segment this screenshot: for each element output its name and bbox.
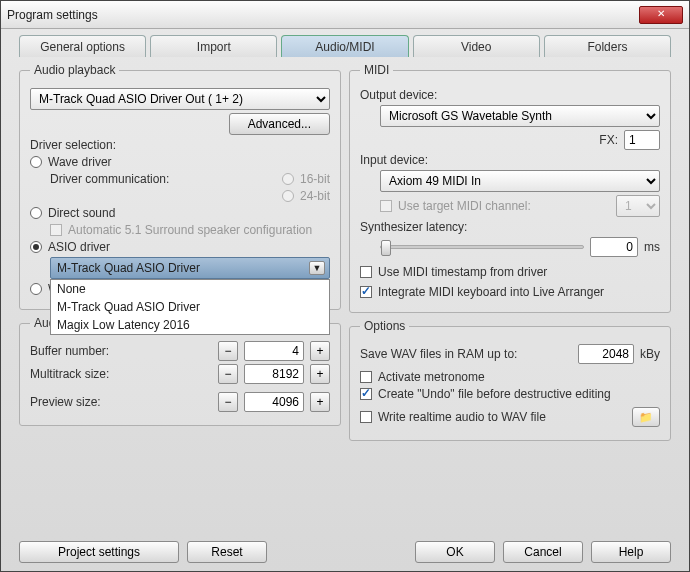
write-rt-check[interactable] bbox=[360, 411, 372, 423]
tab-folders[interactable]: Folders bbox=[544, 35, 671, 57]
metronome-check[interactable] bbox=[360, 371, 372, 383]
write-rt-label: Write realtime audio to WAV file bbox=[378, 410, 626, 424]
buffer-number-minus[interactable]: − bbox=[218, 341, 238, 361]
asio-driver-radio[interactable] bbox=[30, 241, 42, 253]
undo-check[interactable] bbox=[360, 388, 372, 400]
fx-input[interactable] bbox=[624, 130, 660, 150]
asio-driver-label: ASIO driver bbox=[48, 240, 110, 254]
ms-label: ms bbox=[644, 240, 660, 254]
ok-button[interactable]: OK bbox=[415, 541, 495, 563]
wasapi-driver-radio[interactable] bbox=[30, 283, 42, 295]
right-column: MIDI Output device: Microsoft GS Wavetab… bbox=[349, 63, 671, 441]
integrate-check[interactable] bbox=[360, 286, 372, 298]
close-button[interactable]: ✕ bbox=[639, 6, 683, 24]
window-title: Program settings bbox=[7, 8, 639, 22]
auto51-label: Automatic 5.1 Surround speaker configura… bbox=[68, 223, 330, 237]
bit16-radio bbox=[282, 173, 294, 185]
direct-sound-label: Direct sound bbox=[48, 206, 115, 220]
preview-minus[interactable]: − bbox=[218, 392, 238, 412]
kby-label: kBy bbox=[640, 347, 660, 361]
asio-option-mtrack[interactable]: M-Track Quad ASIO Driver bbox=[51, 298, 329, 316]
midi-legend: MIDI bbox=[360, 63, 393, 77]
midi-in-label: Input device: bbox=[360, 153, 660, 167]
undo-label: Create "Undo" file before destructive ed… bbox=[378, 387, 611, 401]
tab-audio-midi[interactable]: Audio/MIDI bbox=[281, 35, 408, 57]
bottom-bar: Project settings Reset OK Cancel Help bbox=[19, 541, 671, 563]
buffer-number-label: Buffer number: bbox=[30, 344, 212, 358]
synth-latency-label: Synthesizer latency: bbox=[360, 220, 660, 234]
tab-video[interactable]: Video bbox=[413, 35, 540, 57]
tab-import[interactable]: Import bbox=[150, 35, 277, 57]
project-settings-button[interactable]: Project settings bbox=[19, 541, 179, 563]
save-wav-label: Save WAV files in RAM up to: bbox=[360, 347, 572, 361]
bit16-label: 16-bit bbox=[300, 172, 330, 186]
synth-latency-slider[interactable] bbox=[380, 245, 584, 249]
driver-comm-label: Driver communication: bbox=[50, 172, 276, 186]
help-button[interactable]: Help bbox=[591, 541, 671, 563]
auto51-check bbox=[50, 224, 62, 236]
audio-playback-group: Audio playback M-Track Quad ASIO Driver … bbox=[19, 63, 341, 310]
options-legend: Options bbox=[360, 319, 409, 333]
asio-dropdown: None M-Track Quad ASIO Driver Magix Low … bbox=[50, 279, 330, 335]
tab-general[interactable]: General options bbox=[19, 35, 146, 57]
settings-window: Program settings ✕ General options Impor… bbox=[0, 0, 690, 572]
playback-output-select[interactable]: M-Track Quad ASIO Driver Out ( 1+ 2) bbox=[30, 88, 330, 110]
save-wav-input[interactable] bbox=[578, 344, 634, 364]
integrate-label: Integrate MIDI keyboard into Live Arrang… bbox=[378, 285, 604, 299]
preview-input[interactable] bbox=[244, 392, 304, 412]
synth-latency-input[interactable] bbox=[590, 237, 638, 257]
wave-driver-label: Wave driver bbox=[48, 155, 112, 169]
slider-thumb-icon[interactable] bbox=[381, 240, 391, 256]
chevron-down-icon: ▼ bbox=[309, 261, 325, 275]
buffer-number-input[interactable] bbox=[244, 341, 304, 361]
cancel-button[interactable]: Cancel bbox=[503, 541, 583, 563]
target-channel-select: 1 bbox=[616, 195, 660, 217]
content-area: Audio playback M-Track Quad ASIO Driver … bbox=[1, 57, 689, 447]
metronome-label: Activate metronome bbox=[378, 370, 485, 384]
buffer-number-plus[interactable]: + bbox=[310, 341, 330, 361]
use-target-check bbox=[380, 200, 392, 212]
audio-playback-legend: Audio playback bbox=[30, 63, 119, 77]
direct-sound-radio[interactable] bbox=[30, 207, 42, 219]
midi-in-select[interactable]: Axiom 49 MIDI In bbox=[380, 170, 660, 192]
folder-icon[interactable]: 📁 bbox=[632, 407, 660, 427]
multitrack-input[interactable] bbox=[244, 364, 304, 384]
multitrack-minus[interactable]: − bbox=[218, 364, 238, 384]
asio-select-value: M-Track Quad ASIO Driver bbox=[57, 261, 200, 275]
options-group: Options Save WAV files in RAM up to: kBy… bbox=[349, 319, 671, 441]
tab-bar: General options Import Audio/MIDI Video … bbox=[1, 29, 689, 57]
use-target-label: Use target MIDI channel: bbox=[398, 199, 610, 213]
midi-group: MIDI Output device: Microsoft GS Wavetab… bbox=[349, 63, 671, 313]
driver-selection-label: Driver selection: bbox=[30, 138, 330, 152]
wave-driver-radio[interactable] bbox=[30, 156, 42, 168]
left-column: Audio playback M-Track Quad ASIO Driver … bbox=[19, 63, 341, 441]
asio-driver-select[interactable]: M-Track Quad ASIO Driver ▼ None M-Track … bbox=[50, 257, 330, 279]
midi-out-label: Output device: bbox=[360, 88, 660, 102]
multitrack-plus[interactable]: + bbox=[310, 364, 330, 384]
multitrack-label: Multitrack size: bbox=[30, 367, 212, 381]
advanced-button[interactable]: Advanced... bbox=[229, 113, 330, 135]
fx-label: FX: bbox=[599, 133, 618, 147]
asio-option-magix[interactable]: Magix Low Latency 2016 bbox=[51, 316, 329, 334]
preview-plus[interactable]: + bbox=[310, 392, 330, 412]
bit24-label: 24-bit bbox=[300, 189, 330, 203]
midi-out-select[interactable]: Microsoft GS Wavetable Synth bbox=[380, 105, 660, 127]
bit24-radio bbox=[282, 190, 294, 202]
use-timestamp-label: Use MIDI timestamp from driver bbox=[378, 265, 547, 279]
reset-button[interactable]: Reset bbox=[187, 541, 267, 563]
preview-label: Preview size: bbox=[30, 395, 212, 409]
use-timestamp-check[interactable] bbox=[360, 266, 372, 278]
asio-option-none[interactable]: None bbox=[51, 280, 329, 298]
title-bar: Program settings ✕ bbox=[1, 1, 689, 29]
